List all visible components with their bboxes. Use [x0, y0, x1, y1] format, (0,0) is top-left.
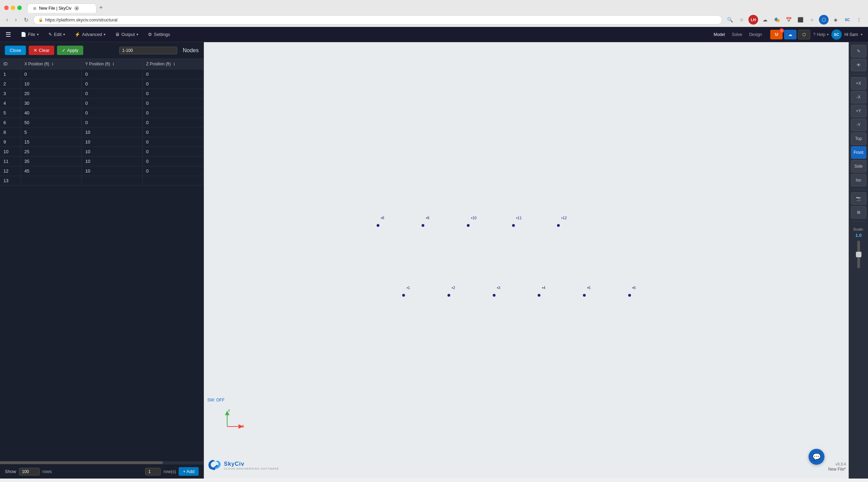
input-z-4[interactable] — [146, 101, 200, 106]
cell-id-13[interactable] — [0, 176, 21, 186]
input-z-12[interactable] — [146, 168, 200, 174]
cell-y-3[interactable] — [82, 89, 142, 99]
forward-button[interactable]: › — [13, 16, 19, 24]
input-id-6[interactable] — [3, 120, 17, 125]
cell-z-2[interactable] — [142, 79, 203, 89]
cell-id-1[interactable] — [0, 69, 21, 79]
table-row[interactable] — [0, 157, 204, 166]
table-row[interactable] — [0, 69, 204, 79]
cell-y-10[interactable] — [82, 147, 142, 157]
edit-pencil-button[interactable]: ✎ — [851, 45, 866, 57]
add-button[interactable]: + Add — [179, 467, 199, 476]
cell-id-5[interactable] — [0, 108, 21, 118]
cell-y-12[interactable] — [82, 166, 142, 176]
table-row[interactable] — [0, 176, 204, 186]
cell-x-11[interactable] — [21, 157, 82, 166]
help-button[interactable]: ? Help ▾ — [813, 32, 828, 37]
cell-y-5[interactable] — [82, 108, 142, 118]
apply-button[interactable]: ✓ Apply — [57, 46, 83, 55]
user-name[interactable]: Hi Sam — [845, 32, 858, 37]
extension5-icon[interactable]: ◈ — [831, 15, 840, 25]
profile-icon[interactable]: LH — [748, 15, 758, 25]
input-id-2[interactable] — [3, 81, 17, 86]
design-icon[interactable]: ⬡ — [798, 30, 810, 39]
minimize-window-button[interactable] — [11, 6, 15, 10]
cell-x-6[interactable] — [21, 118, 82, 128]
reload-button[interactable]: ↻ — [22, 16, 30, 24]
input-y-5[interactable] — [85, 110, 139, 115]
input-id-5[interactable] — [3, 110, 17, 115]
input-y-10[interactable] — [85, 149, 139, 154]
input-x-6[interactable] — [25, 120, 78, 125]
plus-x-button[interactable]: +X — [851, 77, 866, 90]
minus-y-button[interactable]: -Y — [851, 119, 866, 131]
cell-x-10[interactable] — [21, 147, 82, 157]
cell-y-13[interactable] — [82, 176, 142, 186]
table-row[interactable] — [0, 147, 204, 157]
cell-z-13[interactable] — [142, 176, 203, 186]
skyciv-app-icon[interactable]: SC — [842, 15, 852, 25]
x-pos-info-icon[interactable]: ℹ — [52, 62, 53, 66]
horizontal-scroll-thumb[interactable] — [0, 461, 163, 464]
input-x-9[interactable] — [25, 139, 78, 145]
input-y-4[interactable] — [85, 101, 139, 106]
input-z-1[interactable] — [146, 72, 200, 77]
table-row[interactable] — [0, 137, 204, 147]
menu-item-settings[interactable]: ⚙ Settings — [144, 29, 174, 40]
input-y-11[interactable] — [85, 159, 139, 164]
input-x-11[interactable] — [25, 159, 78, 164]
screenshot-button[interactable]: 📷 — [851, 192, 866, 205]
extension4-icon[interactable]: ⬡ — [819, 15, 829, 25]
cell-z-1[interactable] — [142, 69, 203, 79]
input-z-11[interactable] — [146, 159, 200, 164]
cell-y-9[interactable] — [82, 137, 142, 147]
cell-z-6[interactable] — [142, 118, 203, 128]
cell-x-13[interactable] — [21, 176, 82, 186]
cell-z-12[interactable] — [142, 166, 203, 176]
cell-id-12[interactable] — [0, 166, 21, 176]
input-x-4[interactable] — [25, 101, 78, 106]
user-chevron-icon[interactable]: ▾ — [861, 33, 862, 36]
input-y-9[interactable] — [85, 139, 139, 145]
cell-y-1[interactable] — [82, 69, 142, 79]
side-view-button[interactable]: Side — [851, 160, 866, 173]
tab-design[interactable]: Design — [746, 31, 765, 38]
input-id-8[interactable] — [3, 130, 17, 135]
cell-z-8[interactable] — [142, 128, 203, 137]
bookmark-icon[interactable]: ☆ — [737, 15, 746, 25]
input-z-6[interactable] — [146, 120, 200, 125]
extension2-icon[interactable]: ⬛ — [795, 15, 805, 25]
input-y-12[interactable] — [85, 168, 139, 174]
tab-close-button[interactable]: × — [74, 6, 79, 11]
table-row[interactable] — [0, 166, 204, 176]
input-y-3[interactable] — [85, 91, 139, 96]
cell-z-4[interactable] — [142, 99, 203, 108]
input-z-3[interactable] — [146, 91, 200, 96]
cell-id-2[interactable] — [0, 79, 21, 89]
input-id-4[interactable] — [3, 101, 17, 106]
eye-view-button[interactable]: 👁 — [851, 59, 866, 71]
menu-item-advanced[interactable]: ⚡ Advanced ▾ — [70, 29, 110, 40]
tab-solve[interactable]: Solve — [729, 31, 745, 38]
input-id-1[interactable] — [3, 72, 17, 77]
range-selector-input[interactable] — [119, 47, 177, 54]
more-menu-icon[interactable]: ⋮ — [854, 15, 864, 25]
input-y-6[interactable] — [85, 120, 139, 125]
scale-slider-thumb[interactable] — [856, 252, 861, 257]
model-icon[interactable]: M 0 — [770, 30, 783, 39]
table-row[interactable] — [0, 79, 204, 89]
address-bar[interactable]: 🔒 https://platform.skyciv.com/structural — [33, 15, 722, 25]
input-z-10[interactable] — [146, 149, 200, 154]
input-x-10[interactable] — [25, 149, 78, 154]
cell-x-2[interactable] — [21, 79, 82, 89]
table-row[interactable] — [0, 118, 204, 128]
calendar-icon[interactable]: 📅 — [784, 15, 793, 25]
input-x-3[interactable] — [25, 91, 78, 96]
cell-z-5[interactable] — [142, 108, 203, 118]
cell-x-12[interactable] — [21, 166, 82, 176]
table-row[interactable] — [0, 89, 204, 99]
cell-id-4[interactable] — [0, 99, 21, 108]
add-rows-input[interactable] — [145, 468, 161, 475]
table-row[interactable] — [0, 99, 204, 108]
input-id-9[interactable] — [3, 139, 17, 145]
